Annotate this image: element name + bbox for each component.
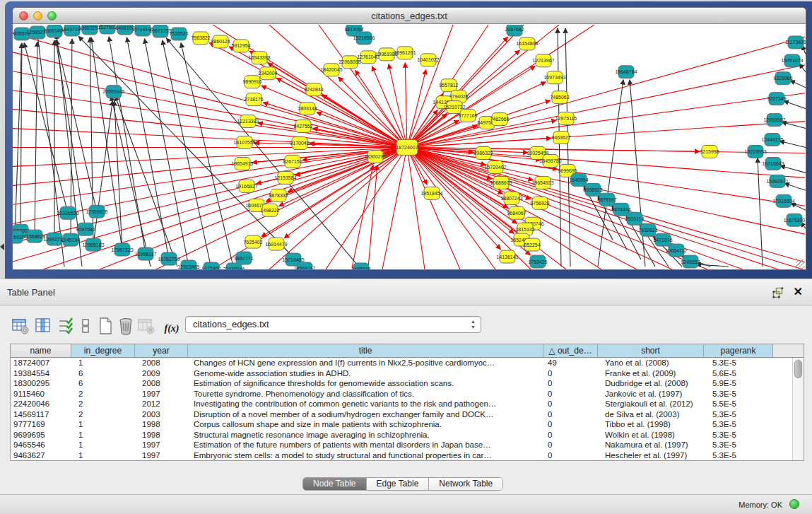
scrollbar-thumb[interactable]: [794, 360, 802, 378]
select-rows-button[interactable]: [57, 317, 75, 335]
cell-year[interactable]: 2012: [135, 399, 188, 409]
graph-node[interactable]: 15218586: [353, 32, 375, 45]
graph-node[interactable]: 1753426: [528, 255, 547, 268]
cell-title[interactable]: Estimation of the future numbers of pati…: [188, 440, 543, 450]
graph-node[interactable]: 5912954: [231, 40, 250, 52]
cell-pagerank[interactable]: 5.3E-5: [704, 440, 773, 450]
graph-node[interactable]: 20206526: [57, 206, 78, 219]
graph-node[interactable]: 7485063: [550, 91, 569, 104]
cell-pagerank[interactable]: 5.3E-5: [704, 430, 773, 440]
table-select-dropdown[interactable]: citations_edges.txt ▲▼: [185, 316, 481, 333]
graph-node[interactable]: 28495750: [539, 154, 561, 167]
graph-node[interactable]: 17016504: [772, 194, 794, 207]
graph-node[interactable]: 852254: [524, 238, 540, 251]
cell-pagerank[interactable]: 5.9E-5: [704, 378, 773, 389]
graph-node[interactable]: 16961261: [394, 47, 416, 59]
cell-out_de[interactable]: 49: [543, 358, 598, 368]
graph-node[interactable]: 9756928: [530, 197, 549, 209]
cell-out_de[interactable]: 0: [543, 378, 598, 389]
graph-node[interactable]: 10958117: [135, 247, 157, 260]
new-table-button[interactable]: [96, 317, 114, 335]
cell-year[interactable]: 1998: [135, 430, 188, 440]
delete-table-button[interactable]: [137, 317, 155, 335]
graph-node[interactable]: 12093582: [763, 114, 785, 127]
graph-node[interactable]: 9463627: [551, 132, 570, 144]
graph-node[interactable]: 18300295: [364, 150, 386, 163]
insert-column-button[interactable]: [34, 317, 52, 335]
network-canvas[interactable]: 1872400724055724125952782069140618437199…: [13, 25, 806, 269]
graph-node[interactable]: 6879197: [597, 193, 616, 206]
table-row[interactable]: 1456911722003Disruption of a novel membe…: [11, 409, 792, 420]
graph-node[interactable]: 12213383: [237, 115, 259, 128]
graph-node[interactable]: 9890916: [242, 76, 261, 88]
cell-year[interactable]: 1998: [135, 419, 188, 430]
graph-node[interactable]: 7625402: [243, 235, 262, 248]
cell-out_de[interactable]: 0: [543, 419, 598, 430]
cell-title[interactable]: Structural magnetic resonance image aver…: [188, 430, 543, 440]
cell-short[interactable]: Jankovic et al. (1997): [598, 389, 704, 399]
column-header-name[interactable]: name: [11, 344, 71, 357]
graph-node[interactable]: 9329966: [773, 72, 792, 85]
cell-in_degree[interactable]: 1: [71, 419, 135, 430]
cell-in_degree[interactable]: 1: [71, 358, 135, 368]
table-row[interactable]: 1938455462009Genome-wide association stu…: [11, 368, 792, 379]
delete-rows-button[interactable]: [117, 317, 135, 335]
graph-node[interactable]: 15992971: [766, 175, 788, 187]
graph-node[interactable]: 12975115: [555, 112, 577, 125]
graph-node[interactable]: 10654112: [666, 244, 688, 257]
cell-pagerank[interactable]: 5.3E-5: [704, 389, 773, 399]
graph-node[interactable]: 20553346: [102, 86, 124, 98]
cell-pagerank[interactable]: 5.3E-5: [704, 419, 773, 430]
cell-name[interactable]: 18300295: [11, 378, 71, 389]
cell-in_degree[interactable]: 2: [71, 399, 135, 409]
graph-node[interactable]: 18807243: [500, 192, 522, 204]
cell-short[interactable]: de Silva et al. (2003): [598, 409, 704, 420]
graph-node[interactable]: 19518454: [420, 187, 442, 199]
cell-pagerank[interactable]: 5.3E-5: [704, 358, 773, 368]
cell-name[interactable]: 19384554: [11, 368, 71, 379]
table-row[interactable]: 946554611997Estimation of the future num…: [11, 440, 792, 450]
cell-out_de[interactable]: 0: [543, 409, 598, 420]
graph-node[interactable]: 2342004: [258, 67, 277, 80]
cell-pagerank[interactable]: 5.3E-5: [704, 450, 773, 461]
graph-node[interactable]: 12153584: [274, 171, 296, 184]
cell-out_de[interactable]: 0: [543, 389, 598, 399]
left-splitter-collapse-icon[interactable]: [0, 243, 4, 250]
graph-node[interactable]: 19654915: [231, 157, 253, 170]
graph-node[interactable]: 16782759: [158, 252, 180, 265]
cell-out_de[interactable]: 0: [543, 430, 598, 440]
close-panel-icon[interactable]: ✕: [794, 285, 803, 298]
cell-in_degree[interactable]: 1: [71, 430, 135, 440]
cell-title[interactable]: Changes of HCN gene expression and I(f) …: [188, 358, 543, 368]
table-vertical-scrollbar[interactable]: [792, 358, 804, 460]
graph-node[interactable]: 11568829: [24, 230, 46, 243]
cell-year[interactable]: 2003: [135, 409, 188, 420]
cell-name[interactable]: 9777169: [11, 419, 71, 430]
table-row[interactable]: 1830029562008Estimation of significance …: [11, 378, 792, 389]
graph-node[interactable]: 16671355: [149, 25, 171, 37]
cell-short[interactable]: Yano et al. (2008): [598, 358, 704, 368]
graph-node[interactable]: 11173428: [785, 36, 806, 49]
graph-node[interactable]: 13215953: [744, 146, 766, 158]
graph-node[interactable]: 8471076: [653, 233, 672, 246]
cell-pagerank[interactable]: 5.3E-5: [704, 409, 773, 420]
graph-node[interactable]: 2986322: [473, 147, 493, 160]
graph-node[interactable]: 12213967: [532, 54, 554, 67]
cell-title[interactable]: Disruption of a novel member of a sodium…: [188, 409, 543, 420]
graph-node[interactable]: 18724007: [396, 140, 418, 156]
cell-title[interactable]: Corpus callosum shape and size in male p…: [188, 419, 543, 430]
table-row[interactable]: 1872400712008Changes of HCN gene express…: [11, 358, 792, 368]
graph-node[interactable]: 7563822: [191, 32, 210, 45]
table-settings-button[interactable]: [11, 317, 30, 335]
graph-node[interactable]: 9097586: [76, 223, 95, 235]
column-header-year[interactable]: year: [135, 344, 188, 357]
table-row[interactable]: 946362711997Embryonic stem cells: a mode…: [11, 450, 792, 461]
network-graph[interactable]: 1872400724055724125952782069140618437199…: [13, 25, 806, 269]
cell-name[interactable]: 9115460: [11, 389, 71, 399]
graph-node[interactable]: 2935114: [625, 212, 645, 225]
cell-name[interactable]: 9699695: [11, 430, 71, 440]
cell-in_degree[interactable]: 2: [71, 409, 135, 420]
graph-node[interactable]: 8267150: [283, 155, 302, 168]
graph-node[interactable]: 18420045: [320, 64, 342, 76]
graph-node[interactable]: 8427552: [293, 120, 312, 133]
